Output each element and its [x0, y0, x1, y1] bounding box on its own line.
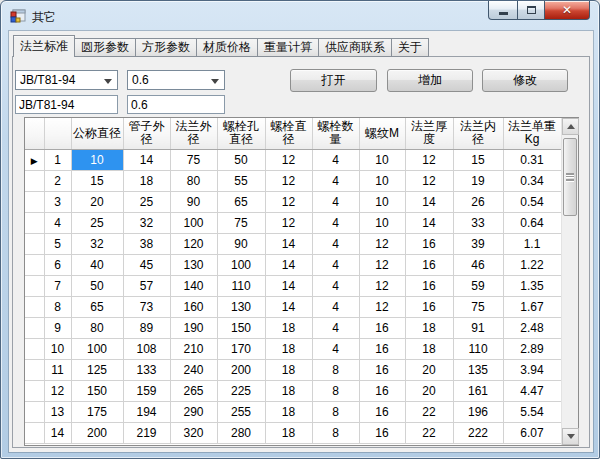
row-number-cell[interactable]: 11 [44, 359, 71, 380]
tab-supplier-contact[interactable]: 供应商联系 [318, 38, 392, 57]
cell[interactable]: 110 [217, 275, 265, 296]
row-number-cell[interactable]: 3 [44, 191, 71, 212]
table-row[interactable]: ▶1101475501241012150.31 [25, 149, 561, 170]
cell[interactable]: 15 [453, 149, 503, 170]
cell[interactable]: 4 [312, 338, 359, 359]
cell[interactable]: 22 [405, 422, 453, 443]
cell[interactable]: 320 [170, 422, 217, 443]
pressure-dropdown[interactable]: 0.6 [127, 70, 225, 90]
pressure-textbox[interactable] [127, 95, 225, 114]
cell[interactable]: 255 [217, 401, 265, 422]
cell[interactable]: 200 [217, 359, 265, 380]
table-row[interactable]: 865731601301441216751.67 [25, 296, 561, 317]
cell[interactable]: 65 [217, 191, 265, 212]
cell[interactable]: 14 [265, 275, 312, 296]
column-header[interactable]: 螺栓孔直径 [217, 118, 265, 149]
cell[interactable]: 75 [453, 296, 503, 317]
row-number-cell[interactable]: 4 [44, 212, 71, 233]
cell[interactable]: 22 [405, 401, 453, 422]
cell[interactable]: 6.07 [503, 422, 561, 443]
cell[interactable]: 16 [359, 317, 405, 338]
cell[interactable]: 16 [405, 296, 453, 317]
column-header[interactable]: 法兰内径 [453, 118, 503, 149]
table-row[interactable]: 1215015926522518816201614.47 [25, 380, 561, 401]
cell[interactable]: 12 [359, 296, 405, 317]
column-header[interactable]: 管子外径 [123, 118, 170, 149]
cell[interactable]: 18 [265, 359, 312, 380]
scroll-up-button[interactable] [562, 118, 579, 135]
column-header[interactable]: 螺纹M [359, 118, 405, 149]
cell[interactable]: 240 [170, 359, 217, 380]
cell[interactable]: 222 [453, 422, 503, 443]
cell[interactable]: 196 [453, 401, 503, 422]
cell[interactable]: 16 [405, 233, 453, 254]
row-number-cell[interactable]: 13 [44, 401, 71, 422]
cell[interactable]: 12 [359, 254, 405, 275]
cell[interactable]: 16 [359, 422, 405, 443]
cell[interactable]: 14 [265, 233, 312, 254]
cell[interactable]: 39 [453, 233, 503, 254]
cell[interactable]: 4 [312, 191, 359, 212]
cell[interactable]: 38 [123, 233, 170, 254]
cell[interactable]: 12 [359, 233, 405, 254]
cell[interactable]: 91 [453, 317, 503, 338]
cell[interactable]: 90 [170, 191, 217, 212]
cell[interactable]: 1.22 [503, 254, 561, 275]
cell[interactable]: 46 [453, 254, 503, 275]
cell[interactable]: 110 [453, 338, 503, 359]
cell[interactable]: 8 [312, 422, 359, 443]
cell[interactable]: 12 [265, 212, 312, 233]
cell[interactable]: 280 [217, 422, 265, 443]
cell[interactable]: 75 [170, 149, 217, 170]
maximize-button[interactable] [517, 1, 545, 20]
cell[interactable]: 3.94 [503, 359, 561, 380]
table-row[interactable]: 42532100751241014330.64 [25, 212, 561, 233]
cell[interactable]: 12 [265, 149, 312, 170]
cell[interactable]: 18 [405, 338, 453, 359]
cell[interactable]: 135 [453, 359, 503, 380]
cell[interactable]: 2.48 [503, 317, 561, 338]
cell[interactable]: 20 [405, 359, 453, 380]
cell[interactable]: 210 [170, 338, 217, 359]
cell[interactable]: 5.54 [503, 401, 561, 422]
row-header-cell[interactable] [25, 338, 44, 359]
cell[interactable]: 100 [170, 212, 217, 233]
row-number-cell[interactable]: 9 [44, 317, 71, 338]
table-row[interactable]: 1317519429025518816221965.54 [25, 401, 561, 422]
cell[interactable]: 194 [123, 401, 170, 422]
cell[interactable]: 25 [71, 212, 123, 233]
cell[interactable]: 100 [71, 338, 123, 359]
table-row[interactable]: 750571401101441216591.35 [25, 275, 561, 296]
cell[interactable]: 80 [170, 170, 217, 191]
tab-about[interactable]: 关于 [391, 38, 429, 57]
cell[interactable]: 108 [123, 338, 170, 359]
table-row[interactable]: 2151880551241012190.34 [25, 170, 561, 191]
cell[interactable]: 73 [123, 296, 170, 317]
cell[interactable]: 1.67 [503, 296, 561, 317]
cell[interactable]: 190 [170, 317, 217, 338]
cell[interactable]: 16 [359, 401, 405, 422]
cell[interactable]: 15 [71, 170, 123, 191]
column-header[interactable]: 螺栓直径 [265, 118, 312, 149]
table-row[interactable]: 1010010821017018416181102.89 [25, 338, 561, 359]
cell[interactable]: 14 [405, 212, 453, 233]
cell[interactable]: 4 [312, 233, 359, 254]
cell[interactable]: 10 [359, 149, 405, 170]
row-number-cell[interactable]: 8 [44, 296, 71, 317]
cell[interactable]: 2.89 [503, 338, 561, 359]
row-header-cell[interactable] [25, 233, 44, 254]
cell[interactable]: 120 [170, 233, 217, 254]
cell[interactable]: 18 [265, 380, 312, 401]
cell[interactable]: 55 [217, 170, 265, 191]
cell[interactable]: 32 [71, 233, 123, 254]
cell[interactable]: 19 [453, 170, 503, 191]
row-header-cell[interactable] [25, 422, 44, 443]
cell[interactable]: 57 [123, 275, 170, 296]
cell[interactable]: 18 [405, 317, 453, 338]
cell[interactable]: 18 [123, 170, 170, 191]
cell[interactable]: 59 [453, 275, 503, 296]
cell[interactable]: 75 [217, 212, 265, 233]
row-header-cell[interactable] [25, 212, 44, 233]
column-header[interactable]: 法兰外径 [170, 118, 217, 149]
row-header-cell[interactable] [25, 275, 44, 296]
